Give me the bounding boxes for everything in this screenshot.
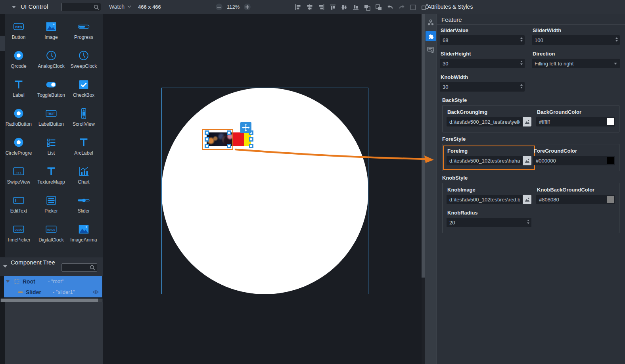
send-to-back-icon[interactable] xyxy=(375,4,383,11)
scrollbar-thumb[interactable] xyxy=(1,299,98,302)
style-info-tab-icon[interactable] xyxy=(426,44,436,55)
palette-item-arclabel[interactable]: ArcLabel xyxy=(67,133,100,162)
palette-item-edittext[interactable]: EditText xyxy=(2,191,35,220)
zoom-in-button[interactable] xyxy=(244,4,251,10)
component-tree-title: Component Tree xyxy=(11,259,58,266)
palette-item-image[interactable]: Image xyxy=(35,17,67,46)
expand-arrow-icon[interactable] xyxy=(4,280,11,283)
palette-item-label: ArcLabel xyxy=(74,150,93,156)
palette-item-label: DigitalClock xyxy=(38,237,63,243)
palette-item-list[interactable]: List xyxy=(35,133,67,162)
resize-handle-e[interactable] xyxy=(249,137,253,142)
foreimg-input[interactable]: d:\test\dv500_102test\res\haha.b xyxy=(447,156,523,165)
design-canvas[interactable] xyxy=(103,14,422,364)
palette-item-chart[interactable]: Chart xyxy=(67,162,100,191)
backgroungimg-browse-button[interactable] xyxy=(523,117,531,126)
resize-handle-w[interactable] xyxy=(205,137,209,142)
scrollbar-thumb[interactable] xyxy=(422,14,425,278)
palette-item-sweepclock[interactable]: SweepClock xyxy=(67,46,100,75)
image-icon xyxy=(44,20,58,33)
palette-item-circleprogress[interactable]: CircleProgre xyxy=(2,133,35,162)
marquee-icon[interactable] xyxy=(409,4,417,11)
spinner-icon[interactable] xyxy=(520,61,523,65)
backgroundcolor-swatch[interactable] xyxy=(607,118,614,125)
foregroundcolor-input[interactable]: #000000 xyxy=(533,156,615,165)
align-right-icon[interactable] xyxy=(317,4,325,11)
ui-control-collapse-icon[interactable] xyxy=(12,6,16,8)
knobradius-input[interactable]: 20 xyxy=(447,218,531,227)
align-center-horizontal-icon[interactable] xyxy=(306,4,314,11)
palette-item-scrollview[interactable]: ScrollView xyxy=(67,104,100,133)
backgroungimg-input[interactable]: d:\test\dv500_102_test\res\yellow xyxy=(447,117,523,126)
palette-item-label: ToggleButton xyxy=(37,92,65,98)
resize-handle-n[interactable] xyxy=(227,130,231,135)
device-selector[interactable]: Watch xyxy=(109,4,131,10)
palette-item-timepicker[interactable]: 00:00TimePicker xyxy=(2,220,35,249)
spinner-icon[interactable] xyxy=(520,84,523,88)
spinner-icon[interactable] xyxy=(615,37,618,42)
backgroundcolor-input[interactable]: #ffffff xyxy=(536,117,615,126)
knobbackgroundcolor-input[interactable]: #808080 xyxy=(536,195,615,204)
palette-item-analogclock[interactable]: AnalogClock xyxy=(35,46,67,75)
palette-item-label[interactable]: Label xyxy=(2,75,35,104)
palette-item-texturemap[interactable]: TextureMapp xyxy=(35,162,67,191)
align-left-icon[interactable] xyxy=(294,4,302,11)
palette-item-togglebutton[interactable]: ToggleButton xyxy=(35,75,67,104)
palette-item-button[interactable]: BTNButton xyxy=(2,17,35,46)
ui-control-search-input[interactable] xyxy=(61,3,101,11)
palette-item-labelbutton[interactable]: TEXTLabelButton xyxy=(35,104,67,133)
palette-item-radiobutton[interactable]: RadioButton xyxy=(2,104,35,133)
zoom-out-button[interactable] xyxy=(216,4,222,10)
palette-item-slider[interactable]: Slider xyxy=(67,191,100,220)
sliderwidth-input[interactable]: 100 xyxy=(532,35,620,45)
direction-select[interactable]: Filling left to right xyxy=(532,59,620,68)
visibility-eye-icon[interactable] xyxy=(93,290,99,294)
attributes-panel-title: Attributes & Styles xyxy=(428,4,473,10)
spinner-icon[interactable] xyxy=(520,37,523,42)
sliderheight-input[interactable]: 30 xyxy=(440,59,525,68)
tree-row-slider[interactable]: Slider - "slider1" xyxy=(4,287,102,297)
redo-icon[interactable] xyxy=(398,4,406,11)
knobbackgroundcolor-swatch[interactable] xyxy=(607,196,614,203)
dropdown-arrow-icon xyxy=(614,63,617,65)
search-icon xyxy=(94,4,99,10)
bring-to-front-icon[interactable] xyxy=(363,4,371,11)
foregroundcolor-swatch[interactable] xyxy=(607,157,614,164)
tree-search-input[interactable] xyxy=(61,263,97,272)
align-top-icon[interactable] xyxy=(329,4,337,11)
arclabel-icon xyxy=(77,136,90,149)
structure-tab-icon[interactable] xyxy=(426,17,436,28)
foreimg-browse-button[interactable] xyxy=(523,156,531,165)
resize-handle-se[interactable] xyxy=(249,144,253,148)
feature-section-divider xyxy=(437,237,625,237)
tree-horizontal-scrollbar[interactable] xyxy=(0,299,103,302)
knobwidth-input[interactable]: 30 xyxy=(440,82,525,92)
undo-icon[interactable] xyxy=(386,4,394,11)
feature-tab-icon[interactable] xyxy=(426,31,436,41)
device-selector-label: Watch xyxy=(109,4,125,10)
knobimage-input[interactable]: d:\test\dv500_102test\res\red.bin xyxy=(447,195,523,204)
component-tree-list: Root - "root" Slider - "slider1" xyxy=(4,276,102,297)
palette-item-swipeview[interactable]: SwipeView xyxy=(2,162,35,191)
resize-handle-nw[interactable] xyxy=(205,130,209,135)
move-handle-icon[interactable] xyxy=(240,122,251,133)
palette-item-progress[interactable]: Progress xyxy=(67,17,100,46)
align-middle-vertical-icon[interactable] xyxy=(340,4,348,11)
palette-item-digitalclock[interactable]: 00:00DigitalClock xyxy=(35,220,67,249)
palette-item-imageanima[interactable]: ImageAnima xyxy=(67,220,100,249)
component-tree-header: Component Tree xyxy=(0,257,103,276)
spinner-icon[interactable] xyxy=(527,220,529,224)
align-bottom-icon[interactable] xyxy=(352,4,360,11)
canvas-vertical-scrollbar[interactable] xyxy=(422,14,425,364)
resize-handle-s[interactable] xyxy=(227,144,231,148)
palette-item-picker[interactable]: Picker xyxy=(35,191,67,220)
label-icon xyxy=(12,78,25,91)
tree-row-root[interactable]: Root - "root" xyxy=(4,276,102,287)
palette-item-checkbox[interactable]: CheckBox xyxy=(67,75,100,104)
slidervalue-input[interactable]: 68 xyxy=(440,35,525,45)
foregroundcolor-label: ForeGroundColor xyxy=(534,148,615,154)
palette-item-qrcode[interactable]: Qrcode xyxy=(2,46,35,75)
tree-collapse-icon[interactable] xyxy=(3,265,7,268)
resize-handle-sw[interactable] xyxy=(205,144,209,148)
knobimage-browse-button[interactable] xyxy=(523,195,531,204)
